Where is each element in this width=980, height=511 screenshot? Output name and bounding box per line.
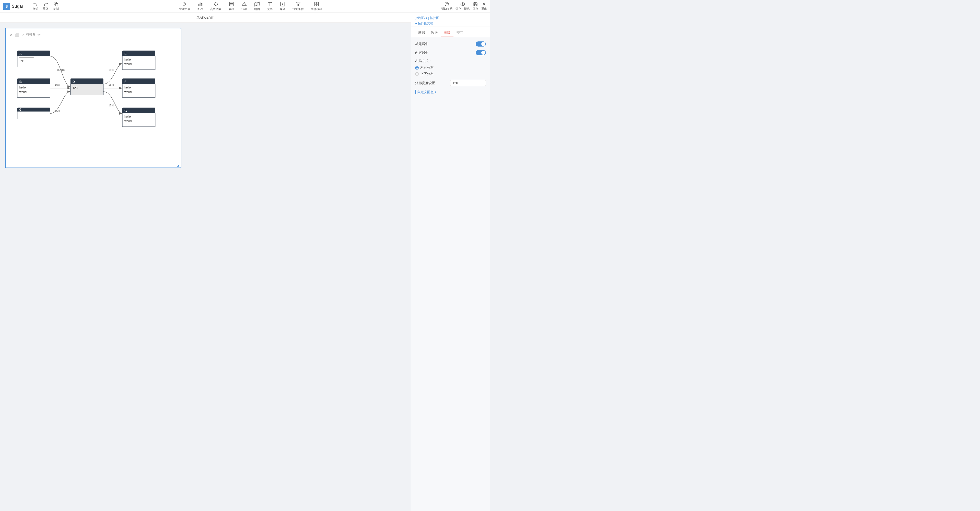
- node-f-content-line1: hello: [124, 86, 131, 89]
- tool-table-label: 表格: [229, 7, 234, 11]
- save-preview-label: 保存并预览: [455, 7, 469, 11]
- node-f-title: F: [124, 80, 126, 84]
- node-0-body: [18, 112, 50, 119]
- layout-top-bottom-label: 上下分布: [420, 72, 434, 76]
- tool-component-template[interactable]: 组件模板: [307, 0, 326, 13]
- svg-rect-3: [200, 3, 200, 6]
- tool-filter-label: 过滤条件: [293, 7, 304, 11]
- widget-controls: ✕ ⬜ ⤢ 拓扑图 ✏: [10, 32, 177, 37]
- undo-label: 撤销: [33, 7, 38, 11]
- svg-rect-0: [56, 3, 58, 6]
- tab-basic[interactable]: 基础: [415, 29, 428, 37]
- widget-close-btn[interactable]: ✕: [10, 33, 13, 37]
- svg-rect-28: [317, 4, 318, 6]
- tool-media[interactable]: 媒体: [276, 0, 289, 13]
- widget-edit-btn[interactable]: ✏: [38, 33, 41, 37]
- tab-interact[interactable]: 交互: [453, 29, 466, 37]
- topbar-right: 帮助文档 保存并预览 保存 退出: [438, 2, 487, 11]
- content-center-label: 内容居中: [415, 50, 428, 55]
- redo-button[interactable]: 重做: [43, 2, 49, 11]
- widget-expand-btn[interactable]: ⬜: [15, 33, 19, 37]
- tool-table[interactable]: 表格: [225, 0, 238, 13]
- help-button[interactable]: 帮助文档: [441, 2, 452, 11]
- chart-widget[interactable]: ✕ ⬜ ⤢ 拓扑图 ✏ 15dd%: [5, 28, 181, 168]
- node-e-content-line1: hello: [124, 58, 131, 61]
- tool-indicator-label: 指标: [242, 7, 247, 11]
- svg-point-7: [217, 3, 218, 4]
- layout-left-right-label: 左右分布: [420, 65, 434, 70]
- copy-button[interactable]: 复制: [53, 2, 59, 11]
- rect-width-label: 矩形宽度设置: [415, 81, 435, 85]
- tool-text-label: 文字: [267, 7, 273, 11]
- tool-component-template-label: 组件模板: [311, 7, 322, 11]
- content-center-row: 内容居中: [415, 50, 486, 55]
- svg-rect-4: [201, 3, 202, 6]
- logo-icon: S: [3, 3, 10, 10]
- svg-point-31: [462, 3, 463, 5]
- node-d-title: D: [73, 80, 75, 84]
- exit-button[interactable]: 退出: [481, 2, 487, 11]
- layout-left-right-dot: [415, 66, 419, 70]
- help-label: 帮助文档: [441, 7, 452, 11]
- content-center-knob: [481, 51, 485, 55]
- undo-button[interactable]: 撤销: [33, 2, 38, 11]
- svg-text:15%: 15%: [55, 83, 60, 86]
- tool-text[interactable]: 文字: [263, 0, 276, 13]
- node-a-title: A: [19, 52, 22, 56]
- panel-tabs: 基础 数据 高级 交互: [411, 27, 490, 37]
- svg-rect-2: [199, 4, 199, 6]
- tool-filter[interactable]: 过滤条件: [289, 0, 307, 13]
- copy-label: 复制: [53, 7, 59, 11]
- svg-marker-17: [255, 2, 259, 6]
- title-center-toggle[interactable]: [476, 42, 486, 46]
- svg-point-8: [215, 5, 216, 6]
- save-button[interactable]: 保存: [473, 2, 478, 11]
- node-b-content-line2: world: [19, 90, 27, 94]
- custom-color-row[interactable]: 自定义配色 >: [415, 90, 486, 94]
- node-g-content-line1: hello: [124, 115, 131, 118]
- layout-top-bottom-dot: [415, 72, 419, 76]
- node-b-title: B: [19, 80, 22, 84]
- tool-advanced-chart-label: 高级图表: [210, 7, 221, 11]
- node-e-title: E: [124, 52, 127, 56]
- svg-marker-24: [296, 2, 301, 6]
- save-label: 保存: [473, 7, 478, 11]
- node-b-content-line1: hello: [19, 86, 26, 89]
- node-a-input-text: qqq: [20, 59, 24, 62]
- resize-handle[interactable]: ◢: [177, 163, 180, 166]
- tool-media-label: 媒体: [280, 7, 285, 11]
- panel-header: 控制面板 | 拓扑图 ● 拓扑图文档: [411, 13, 490, 27]
- svg-rect-26: [317, 2, 318, 4]
- tool-chart[interactable]: 图表: [194, 0, 207, 13]
- svg-text:15%: 15%: [108, 68, 114, 71]
- tool-indicator[interactable]: 指标: [238, 0, 251, 13]
- layout-left-right[interactable]: 左右分布: [415, 65, 486, 70]
- layout-top-bottom[interactable]: 上下分布: [415, 72, 486, 76]
- main: 名称动态化 ✕ ⬜ ⤢ 拓扑图 ✏: [0, 13, 490, 511]
- save-preview-button[interactable]: 保存并预览: [455, 2, 469, 11]
- panel-content: 标题居中 内容居中 布局方式： 左右分布: [411, 37, 490, 511]
- tool-map-label: 地图: [254, 7, 260, 11]
- title-center-row: 标题居中: [415, 42, 486, 46]
- tool-advanced-chart[interactable]: 高级图表: [207, 0, 225, 13]
- panel-doc-link[interactable]: ● 拓扑图文档: [415, 21, 433, 26]
- svg-point-1: [184, 3, 186, 5]
- rect-width-input[interactable]: [450, 80, 486, 86]
- tool-smart-table[interactable]: 智能图表: [175, 0, 194, 13]
- node-d-content: 123: [73, 86, 78, 90]
- widget-move-btn[interactable]: ⤢: [21, 33, 24, 37]
- tab-advanced[interactable]: 高级: [441, 29, 453, 37]
- node-g-title: G: [124, 109, 127, 113]
- chart-title: 名称动态化: [196, 15, 214, 19]
- panel-breadcrumb: 控制面板 | 拓扑图: [415, 16, 486, 20]
- content-center-toggle[interactable]: [476, 50, 486, 55]
- tool-map[interactable]: 地图: [251, 0, 263, 13]
- widget-type-label: 拓扑图: [26, 32, 35, 37]
- topbar-tools: 智能图表 图表 高级图表 表格 指标 地图 文字 媒体: [63, 0, 438, 13]
- canvas-container[interactable]: ✕ ⬜ ⤢ 拓扑图 ✏ 15dd%: [0, 23, 411, 511]
- app-logo: S Sugar: [3, 3, 29, 10]
- tab-data[interactable]: 数据: [428, 29, 441, 37]
- svg-point-5: [214, 3, 215, 4]
- svg-text:15dd%: 15dd%: [56, 68, 65, 71]
- rect-width-row: 矩形宽度设置: [415, 80, 486, 86]
